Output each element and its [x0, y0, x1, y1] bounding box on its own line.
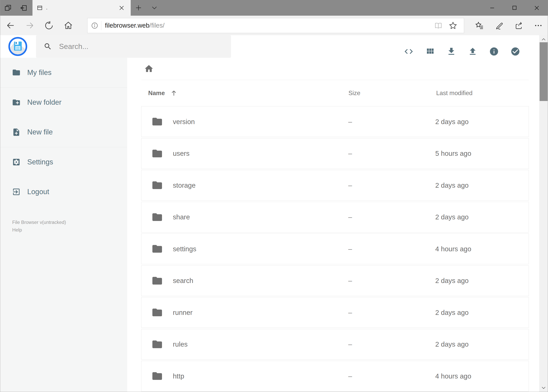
select-multiple-button[interactable] [507, 43, 524, 60]
folder-icon [152, 148, 163, 159]
logout-icon [12, 188, 21, 196]
table-row-rules[interactable]: rules – 2 days ago [141, 329, 529, 360]
address-separator [101, 21, 102, 30]
address-bar[interactable]: filebrowser.web/files/ [87, 18, 464, 33]
maximize-button[interactable] [503, 0, 526, 16]
sidebar-item-label: Settings [27, 158, 53, 166]
share-icon [514, 21, 523, 30]
favorites-list-icon [475, 21, 484, 30]
tab-list-button[interactable] [146, 0, 162, 16]
url-path: /files/ [149, 22, 165, 29]
grid-view-icon [425, 47, 435, 56]
folder-icon [152, 116, 163, 127]
column-header-size[interactable]: Size [347, 90, 434, 97]
download-button[interactable] [443, 43, 460, 60]
upload-button[interactable] [464, 43, 481, 60]
scrollbar-thumb[interactable] [540, 42, 548, 101]
switch-view-button[interactable] [421, 43, 439, 60]
hub-favorites-button[interactable] [470, 17, 489, 34]
raw-editor-button[interactable] [400, 43, 417, 60]
new-file-icon [12, 128, 21, 137]
table-row-storage[interactable]: storage – 2 days ago [141, 170, 529, 201]
sort-ascending-icon [170, 89, 178, 97]
help-link[interactable]: Help [12, 226, 127, 234]
home-icon [144, 64, 154, 74]
set-tabs-aside-button[interactable] [16, 0, 31, 16]
folder-icon [152, 339, 163, 350]
search-icon [44, 42, 52, 51]
filebrowser-app: My files New folder New file Settings [0, 35, 548, 392]
browser-tab[interactable]: . [33, 0, 131, 16]
sidebar-item-my-files[interactable]: My files [0, 58, 127, 87]
file-listing-area: Name Size Last modified version – 2 days… [127, 58, 539, 392]
sidebar-item-logout[interactable]: Logout [0, 177, 127, 207]
scroll-down-button[interactable] [539, 383, 548, 392]
table-row-share[interactable]: share – 2 days ago [141, 202, 529, 232]
info-icon [489, 47, 499, 56]
breadcrumb-home-button[interactable] [142, 62, 156, 76]
home-icon [64, 21, 73, 30]
tab-close-button[interactable] [117, 3, 127, 13]
table-row-http[interactable]: http – 4 hours ago [141, 361, 529, 392]
back-button[interactable] [1, 17, 20, 34]
more-dots-icon [534, 21, 542, 30]
settings-more-button[interactable] [528, 17, 548, 34]
search-input[interactable] [59, 42, 223, 51]
close-icon [119, 6, 124, 10]
page-icon [37, 5, 43, 11]
reading-view-book-icon [434, 21, 443, 30]
page-scrollbar[interactable] [539, 35, 548, 392]
app-header [0, 35, 539, 57]
search-bar[interactable] [36, 35, 231, 57]
table-row-search[interactable]: search – 2 days ago [141, 265, 529, 296]
tab-preview-button[interactable] [0, 0, 16, 16]
settings-gear-icon [12, 158, 21, 167]
web-note-button[interactable] [489, 17, 509, 34]
version-text: File Browser v(untracked) [12, 220, 66, 225]
table-row-version[interactable]: version – 2 days ago [141, 106, 529, 137]
close-window-button[interactable] [526, 0, 548, 16]
folder-icon [152, 243, 163, 255]
site-info-icon[interactable] [91, 22, 98, 29]
share-button[interactable] [509, 17, 528, 34]
chevron-down-icon [151, 5, 158, 11]
chevron-up-icon [541, 37, 546, 42]
info-button[interactable] [486, 43, 503, 60]
table-row-runner[interactable]: runner – 2 days ago [141, 297, 529, 328]
pen-icon [495, 21, 504, 30]
column-header-modified[interactable]: Last modified [434, 90, 529, 97]
reading-view-button[interactable] [431, 19, 446, 32]
url-text[interactable]: filebrowser.web/files/ [105, 22, 165, 29]
folder-icon [152, 370, 163, 382]
header-actions [400, 35, 524, 67]
refresh-icon [44, 21, 53, 30]
code-icon [404, 47, 414, 56]
chevron-down-icon [541, 385, 546, 390]
refresh-button[interactable] [40, 17, 59, 34]
file-list: version – 2 days ago users – 5 hours ago… [141, 106, 529, 392]
download-icon [446, 47, 456, 56]
new-tab-button[interactable] [131, 0, 146, 16]
sidebar-item-label: Logout [27, 188, 49, 196]
plus-icon [135, 5, 142, 11]
browser-navbar: filebrowser.web/files/ [0, 16, 548, 35]
forward-button[interactable] [20, 17, 39, 34]
column-header-name[interactable]: Name [141, 89, 347, 97]
app-logo[interactable] [8, 37, 27, 56]
window-arrow-left-icon [20, 4, 28, 12]
add-favorite-button[interactable] [446, 19, 460, 32]
minimize-button[interactable] [481, 0, 503, 16]
navbar-actions [470, 17, 548, 34]
folder-icon [152, 211, 163, 223]
sidebar-item-new-folder[interactable]: New folder [0, 88, 127, 117]
sidebar-item-settings[interactable]: Settings [0, 147, 127, 177]
sidebar-item-label: New folder [27, 98, 62, 106]
sidebar-item-new-file[interactable]: New file [0, 117, 127, 147]
browser-titlebar: . [0, 0, 548, 16]
table-row-users[interactable]: users – 5 hours ago [141, 138, 529, 169]
sidebar-item-label: New file [27, 128, 53, 136]
check-circle-icon [510, 47, 520, 56]
table-row-settings[interactable]: settings – 4 hours ago [141, 233, 529, 264]
home-button[interactable] [59, 17, 78, 34]
sidebar-footer: File Browser v(untracked) Help [12, 219, 127, 234]
